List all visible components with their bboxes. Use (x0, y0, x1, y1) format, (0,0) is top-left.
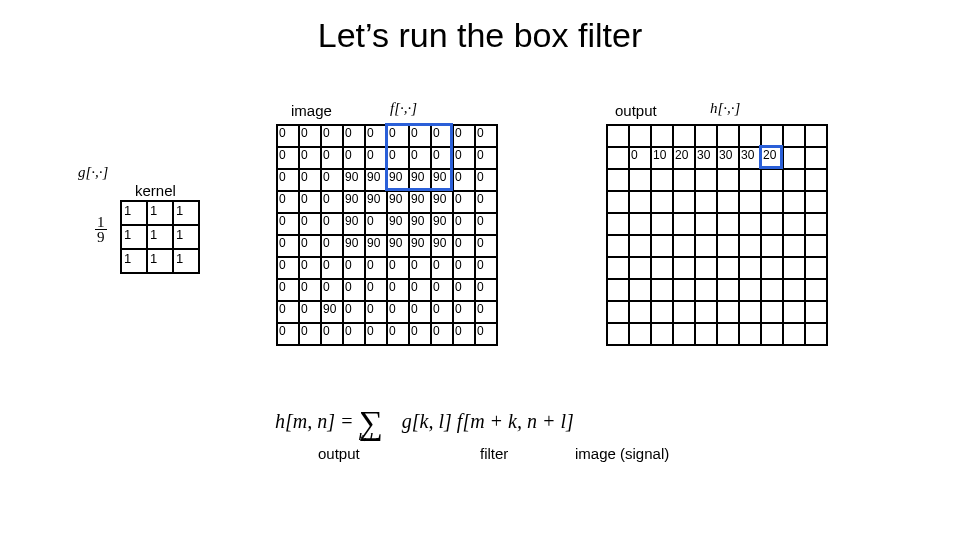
cell: 0 (343, 323, 365, 345)
cell: 0 (409, 301, 431, 323)
cell: 0 (277, 235, 299, 257)
cell (695, 235, 717, 257)
cell (673, 301, 695, 323)
cell: 90 (365, 235, 387, 257)
cell: 0 (299, 125, 321, 147)
cell: 0 (321, 213, 343, 235)
cell (695, 279, 717, 301)
cell (717, 213, 739, 235)
cell (695, 301, 717, 323)
cell: 0 (277, 323, 299, 345)
label-image: image (291, 102, 332, 119)
cell (739, 279, 761, 301)
kcell: 1 (121, 249, 147, 273)
cell: 0 (277, 257, 299, 279)
cell (651, 169, 673, 191)
cell (651, 191, 673, 213)
cell (761, 169, 783, 191)
kcell: 1 (147, 249, 173, 273)
cell (695, 125, 717, 147)
cell: 0 (299, 235, 321, 257)
cell: 0 (321, 125, 343, 147)
output-grid: 0102030303020 (606, 124, 828, 346)
cell (761, 257, 783, 279)
cell (607, 323, 629, 345)
cell: 90 (343, 191, 365, 213)
cell: 0 (453, 301, 475, 323)
cell (607, 279, 629, 301)
kernel-grid: 111 111 111 (120, 200, 200, 274)
image-grid: 0000000000000000000000090909090900000090… (276, 124, 498, 346)
cell (629, 213, 651, 235)
math-h: h[·,·] (710, 100, 740, 117)
cell (805, 235, 827, 257)
kcell: 1 (173, 225, 199, 249)
cell: 0 (343, 301, 365, 323)
cell: 0 (431, 125, 453, 147)
cell (805, 125, 827, 147)
cell (695, 169, 717, 191)
cell: 0 (299, 279, 321, 301)
cell: 0 (475, 191, 497, 213)
cell: 90 (387, 169, 409, 191)
cell (651, 279, 673, 301)
cell: 0 (431, 279, 453, 301)
cell (607, 125, 629, 147)
cell (739, 235, 761, 257)
math-g: g[·,·] (78, 164, 108, 181)
cell: 0 (321, 147, 343, 169)
cell: 0 (365, 279, 387, 301)
cell: 0 (365, 125, 387, 147)
cell: 0 (365, 213, 387, 235)
cell: 0 (453, 125, 475, 147)
cell: 0 (299, 213, 321, 235)
cell: 90 (365, 191, 387, 213)
cell (651, 301, 673, 323)
cell (607, 147, 629, 169)
cell: 0 (475, 235, 497, 257)
cell: 0 (343, 257, 365, 279)
cell: 0 (431, 147, 453, 169)
formula: h[m, n] = ∑k, l g[k, l] f[m + k, n + l] (275, 398, 574, 436)
cell (673, 257, 695, 279)
cell: 90 (387, 191, 409, 213)
cell (783, 191, 805, 213)
cell (739, 213, 761, 235)
frac-num: 1 (95, 215, 107, 230)
label-image-signal: image (signal) (575, 445, 669, 462)
cell: 0 (277, 279, 299, 301)
cell: 90 (431, 235, 453, 257)
cell: 0 (299, 191, 321, 213)
cell: 90 (343, 169, 365, 191)
cell (717, 125, 739, 147)
cell: 0 (475, 147, 497, 169)
cell (717, 235, 739, 257)
cell: 90 (365, 169, 387, 191)
cell (673, 169, 695, 191)
cell (783, 235, 805, 257)
kernel-fraction: 1 9 (95, 215, 107, 244)
cell: 90 (431, 169, 453, 191)
cell: 0 (321, 169, 343, 191)
cell: 0 (453, 257, 475, 279)
cell (695, 213, 717, 235)
cell (629, 125, 651, 147)
cell (607, 191, 629, 213)
label-output-bottom: output (318, 445, 360, 462)
cell: 0 (409, 125, 431, 147)
cell (805, 169, 827, 191)
cell: 0 (453, 323, 475, 345)
cell (673, 191, 695, 213)
cell (805, 147, 827, 169)
cell: 0 (321, 323, 343, 345)
math-f: f[·,·] (390, 100, 417, 117)
cell (629, 191, 651, 213)
cell: 0 (453, 169, 475, 191)
cell: 0 (343, 147, 365, 169)
sigma-sub: k, l (359, 430, 373, 442)
cell (607, 213, 629, 235)
cell: 90 (343, 235, 365, 257)
cell (607, 235, 629, 257)
cell (717, 279, 739, 301)
cell: 0 (409, 147, 431, 169)
